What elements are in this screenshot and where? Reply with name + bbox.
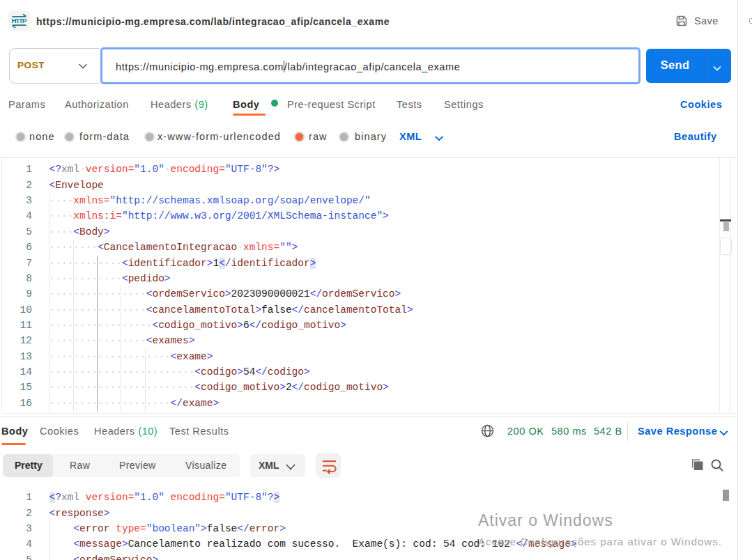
svg-text:HTTP: HTTP: [12, 17, 28, 24]
